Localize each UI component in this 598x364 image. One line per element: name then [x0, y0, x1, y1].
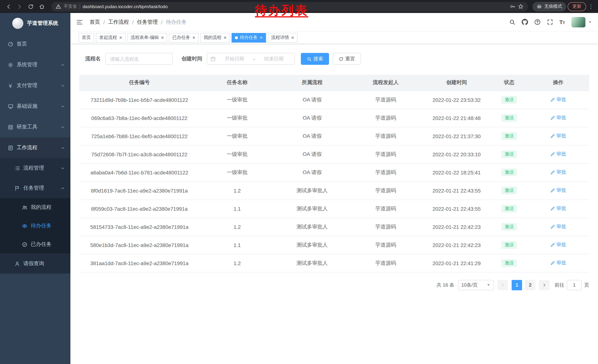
logo[interactable]: 芋道管理系统 [0, 13, 70, 34]
search-icon[interactable] [509, 19, 515, 25]
sidebar-item-process-management[interactable]: 流程管理 [0, 158, 70, 178]
close-icon[interactable]: × [260, 35, 263, 40]
tab-label: 首页 [82, 34, 91, 41]
sidebar-item-task-management[interactable]: 任务管理 [0, 178, 70, 198]
cell-task-name: 1.2 [199, 254, 275, 272]
approve-button[interactable]: 审批 [550, 151, 566, 158]
cell-task-name: 一级审批 [199, 91, 275, 109]
cell-time: 2022-01-21 22:41:29 [422, 254, 491, 272]
update-button[interactable]: 更新 [568, 2, 586, 11]
cell-task-name: 1.2 [199, 218, 275, 236]
cell-task-id: a6aba0a4-7b6d-11ec-b781-acde48001122 [79, 163, 199, 181]
column-header: 任务名称 [199, 75, 275, 91]
tab-form-editor[interactable]: 流程表单-编辑× [127, 33, 167, 42]
cell-task-id: 725a1eb6-7b88-11ec-8ef0-acde48001122 [79, 127, 199, 145]
chevron-down-icon [60, 104, 65, 109]
goto-label: 前往 [555, 282, 564, 288]
tab-done-tasks[interactable]: 已办任务× [169, 33, 199, 42]
chevron-down-icon [60, 166, 65, 170]
github-icon[interactable] [522, 19, 528, 25]
sidebar-item-infrastructure[interactable]: 基础设施 [0, 96, 70, 117]
menu-dots-icon[interactable]: ⋮ [588, 3, 594, 10]
date-range-picker[interactable]: 开始日期 - 结束日期 [207, 53, 295, 65]
tabs-bar: 首页发起流程×流程表单-编辑×已办任务×我的流程×待办任务×流程详情× [70, 32, 598, 44]
people-icon [22, 204, 27, 210]
tab-label: 待办任务 [240, 34, 258, 41]
person-icon [14, 261, 20, 267]
approve-button[interactable]: 审批 [550, 97, 566, 103]
goto-page-input[interactable] [567, 280, 582, 290]
task-icon [14, 185, 20, 191]
payment-icon: ¥ [8, 83, 13, 89]
sidebar-item-label: 系统管理 [17, 61, 37, 68]
process-name-input[interactable] [105, 53, 173, 65]
prev-page-button[interactable] [498, 280, 508, 290]
tab-my-process[interactable]: 我的流程× [200, 33, 230, 42]
next-page-button[interactable] [539, 280, 549, 290]
approve-button[interactable]: 审批 [550, 224, 566, 230]
page-size-select[interactable]: 10条/页 [458, 280, 494, 290]
approve-button[interactable]: 审批 [550, 133, 566, 139]
cell-starter: 芋道源码 [349, 145, 422, 163]
font-size-icon[interactable]: TT [559, 19, 565, 25]
approve-button[interactable]: 审批 [550, 242, 566, 248]
warning-icon [56, 4, 61, 9]
cell-starter: 芋道源码 [349, 236, 422, 254]
sidebar-item-label: 我的流程 [31, 204, 51, 211]
sidebar-item-workflow[interactable]: 工作流程 [0, 138, 70, 158]
tab-todo-tasks[interactable]: 待办任务× [232, 33, 266, 42]
approve-button[interactable]: 审批 [550, 169, 566, 176]
close-icon[interactable]: × [119, 35, 122, 40]
page-numbers: 12 [512, 280, 535, 290]
sidebar-item-leave-query[interactable]: 请假查询 [0, 254, 70, 274]
sidebar-item-done-tasks[interactable]: 已办任务 [0, 235, 70, 254]
close-icon[interactable]: × [224, 35, 227, 40]
star-icon[interactable] [518, 4, 523, 9]
close-icon[interactable]: × [161, 35, 164, 40]
sidebar-item-system-management[interactable]: 系统管理 [0, 54, 70, 75]
status-badge: 激活 [501, 241, 517, 249]
approve-button[interactable]: 审批 [550, 260, 566, 267]
search-button[interactable]: 搜索 [301, 53, 329, 65]
tab-process-detail[interactable]: 流程详情× [268, 33, 297, 42]
help-icon[interactable] [534, 19, 540, 25]
sidebar-item-payment-management[interactable]: ¥支付管理 [0, 75, 70, 96]
forward-button[interactable] [15, 2, 25, 11]
page-button-1[interactable]: 1 [512, 280, 522, 290]
sidebar-item-todo-tasks[interactable]: 待办任务 [0, 217, 70, 235]
close-icon[interactable]: × [192, 35, 195, 40]
caret-down-icon [486, 283, 490, 287]
cell-task-id: 73211d9d-7b9b-11ec-b5b7-acde48001122 [79, 91, 199, 109]
close-icon[interactable]: × [291, 35, 294, 40]
sidebar-item-my-process[interactable]: 我的流程 [0, 198, 70, 217]
user-avatar[interactable] [571, 17, 592, 27]
sidebar-item-label: 基础设施 [17, 103, 37, 110]
tab-start-process[interactable]: 发起流程× [96, 33, 125, 42]
breadcrumb-item[interactable]: 工作流程 [108, 19, 129, 25]
sidebar-item-home[interactable]: 首页 [0, 34, 70, 54]
home-button[interactable] [37, 2, 47, 11]
task-table: 任务编号任务名称所属流程流程发起人创建时间状态操作 73211d9d-7b9b-… [79, 75, 589, 272]
column-header: 操作 [527, 75, 589, 91]
sidebar-item-dev-tools[interactable]: 研发工具 [0, 117, 70, 138]
breadcrumb-separator: / [161, 19, 163, 25]
hamburger-icon[interactable] [75, 18, 84, 26]
sidebar-item-label: 流程管理 [23, 165, 44, 171]
status-badge: 激活 [501, 150, 517, 158]
approve-button[interactable]: 审批 [550, 115, 566, 121]
tab-home[interactable]: 首页 [79, 33, 94, 42]
reset-button[interactable]: 重置 [333, 53, 361, 65]
fullscreen-icon[interactable] [547, 19, 553, 25]
back-button[interactable] [4, 2, 13, 11]
approve-button[interactable]: 审批 [550, 205, 566, 212]
approve-button[interactable]: 审批 [550, 187, 566, 194]
sidebar-item-label: 任务管理 [23, 185, 44, 191]
reload-button[interactable] [26, 2, 36, 11]
breadcrumb-item[interactable]: 任务管理 [137, 19, 158, 25]
cell-process: OA 请假 [275, 127, 349, 145]
breadcrumb-item[interactable]: 首页 [90, 19, 100, 25]
chevron-down-icon [60, 62, 65, 67]
cell-task-name: 一级审批 [199, 163, 275, 181]
page-button-2[interactable]: 2 [525, 280, 535, 290]
key-icon[interactable] [510, 4, 515, 9]
